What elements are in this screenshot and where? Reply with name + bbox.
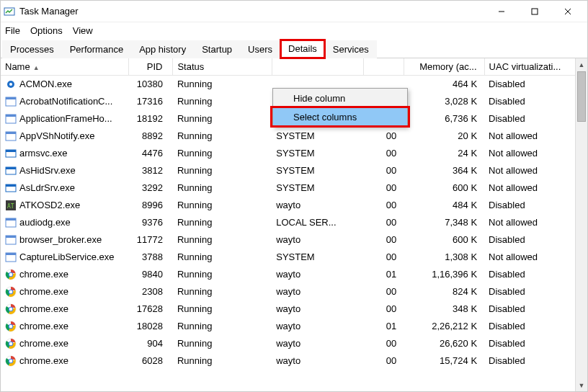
cell-status: Running	[173, 231, 272, 249]
context-menu-item-select-columns[interactable]: Select columns	[273, 107, 407, 126]
cell-cpu: 00	[363, 231, 404, 249]
cell-mem: 20 K	[404, 128, 484, 145]
atk-icon: AT	[5, 200, 17, 211]
cell-status: Running	[173, 249, 272, 266]
chrome-icon	[5, 303, 17, 315]
process-row[interactable]: chrome.exe18028Runningwayto012,26,212 KD…	[1, 318, 587, 335]
cell-status: Running	[173, 179, 272, 197]
tab-services[interactable]: Services	[325, 40, 377, 58]
process-name: armsvc.exe	[19, 148, 67, 159]
process-row[interactable]: chrome.exe904Runningwayto0026,620 KDisab…	[1, 335, 587, 352]
chrome-icon	[5, 338, 17, 349]
svg-rect-2	[532, 9, 538, 14]
cell-pid: 2308	[129, 283, 173, 300]
column-header-mem[interactable]: Memory (ac...	[404, 58, 484, 76]
cell-cpu: 00	[363, 335, 404, 352]
tab-startup[interactable]: Startup	[194, 40, 240, 58]
cell-mem: 1,308 K	[404, 249, 484, 266]
cell-mem: 600 K	[404, 179, 484, 197]
svg-rect-18	[6, 184, 16, 187]
process-row[interactable]: chrome.exe6028Runningwayto0015,724 KDisa…	[1, 352, 587, 370]
column-header-status[interactable]: Status	[173, 58, 272, 76]
close-button[interactable]	[551, 1, 584, 22]
maximize-button[interactable]	[518, 1, 551, 22]
cell-status: Running	[173, 197, 272, 214]
cell-pid: 4476	[129, 145, 173, 162]
tab-app-history[interactable]: App history	[131, 40, 194, 58]
cell-cpu: 00	[363, 197, 404, 214]
cell-pid: 3788	[129, 249, 173, 266]
cell-mem: 15,724 K	[404, 352, 484, 370]
gear-blue-icon	[5, 79, 17, 90]
process-row[interactable]: chrome.exe17628Runningwayto00348 KDisabl…	[1, 300, 587, 318]
process-row[interactable]: armsvc.exe4476RunningSYSTEM0024 KNot all…	[1, 145, 587, 162]
column-header-uac[interactable]: UAC virtualizati...	[484, 58, 587, 76]
process-name: ACMON.exe	[19, 79, 72, 89]
titlebar: Task Manager	[1, 1, 587, 22]
cell-uac: Disabled	[484, 300, 587, 318]
cell-pid: 18192	[129, 110, 173, 128]
process-row[interactable]: AppVShNotify.exe8892RunningSYSTEM0020 KN…	[1, 128, 587, 145]
cell-mem: 7,348 K	[404, 214, 484, 231]
cell-mem: 464 K	[404, 76, 484, 93]
cell-user: wayto	[272, 335, 363, 352]
tab-users[interactable]: Users	[240, 40, 280, 58]
process-row[interactable]: CaptureLibService.exe3788RunningSYSTEM00…	[1, 249, 587, 266]
process-row[interactable]: chrome.exe9840Runningwayto011,16,396 KDi…	[1, 266, 587, 283]
process-row[interactable]: chrome.exe2308Runningwayto00824 KDisable…	[1, 283, 587, 300]
cell-mem: 484 K	[404, 197, 484, 214]
minimize-button[interactable]	[485, 1, 518, 22]
cell-uac: Disabled	[484, 110, 587, 128]
cell-user: SYSTEM	[272, 162, 363, 179]
cell-user: wayto	[272, 197, 363, 214]
window-blue-icon	[5, 148, 17, 159]
column-header-pid[interactable]: PID	[129, 58, 173, 76]
scroll-up-button[interactable]: ▲	[576, 58, 587, 71]
process-row[interactable]: ATATKOSD2.exe8996Runningwayto00484 KDisa…	[1, 197, 587, 214]
svg-rect-22	[6, 218, 16, 220]
cell-pid: 3812	[129, 162, 173, 179]
svg-point-38	[9, 324, 12, 327]
menubar: FileOptionsView	[1, 22, 587, 38]
process-row[interactable]: browser_broker.exe11772Runningwayto00600…	[1, 231, 587, 249]
cell-mem: 3,028 K	[404, 93, 484, 110]
vertical-scrollbar[interactable]: ▲ ▼	[575, 58, 587, 391]
process-row[interactable]: AsHidSrv.exe3812RunningSYSTEM00364 KNot …	[1, 162, 587, 179]
scroll-down-button[interactable]: ▼	[576, 379, 587, 391]
chrome-icon	[5, 355, 17, 367]
process-name: chrome.exe	[19, 303, 68, 314]
tab-performance[interactable]: Performance	[62, 40, 131, 58]
process-name: chrome.exe	[19, 338, 68, 349]
task-manager-window: Task Manager FileOptionsView ProcessesPe…	[0, 0, 588, 392]
column-header-cpu[interactable]	[363, 58, 404, 76]
chrome-icon	[5, 269, 17, 280]
chrome-icon	[5, 321, 17, 332]
cell-pid: 3292	[129, 179, 173, 197]
tab-processes[interactable]: Processes	[2, 40, 62, 58]
context-menu-item-hide-column[interactable]: Hide column	[273, 89, 407, 107]
menu-view[interactable]: View	[70, 24, 100, 37]
column-header-name[interactable]: Name▲	[1, 58, 129, 76]
cell-pid: 8996	[129, 197, 173, 214]
process-name: chrome.exe	[19, 355, 68, 366]
cell-uac: Not allowed	[484, 145, 587, 162]
app-generic-icon	[5, 234, 17, 246]
cell-mem: 6,736 K	[404, 110, 484, 128]
app-generic-icon	[5, 251, 17, 263]
process-row[interactable]: audiodg.exe9376RunningLOCAL SER...007,34…	[1, 214, 587, 231]
column-header-user[interactable]	[272, 58, 363, 76]
tab-details[interactable]: Details	[280, 40, 325, 58]
scroll-thumb[interactable]	[577, 71, 586, 122]
svg-point-41	[9, 342, 12, 344]
cell-pid: 11772	[129, 231, 173, 249]
menu-options[interactable]: Options	[27, 24, 70, 37]
process-name: chrome.exe	[19, 321, 68, 331]
process-name: browser_broker.exe	[19, 234, 102, 245]
cell-cpu: 00	[363, 300, 404, 318]
cell-uac: Disabled	[484, 335, 587, 352]
cell-cpu: 00	[363, 162, 404, 179]
menu-file[interactable]: File	[4, 24, 27, 37]
process-name: AsHidSrv.exe	[19, 165, 76, 176]
cell-status: Running	[173, 300, 272, 318]
process-row[interactable]: AsLdrSrv.exe3292RunningSYSTEM00600 KNot …	[1, 179, 587, 197]
